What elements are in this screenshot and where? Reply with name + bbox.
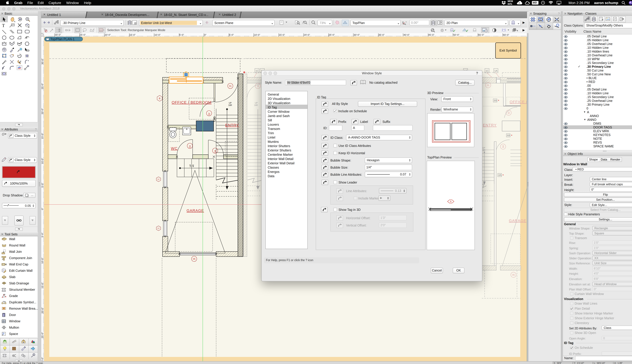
svg-text:T: T [2, 23, 5, 28]
svg-text:GARAGE: GARAGE [186, 208, 204, 212]
svg-text:C: C [157, 227, 160, 229]
svg-text:Top/Plan PLAN-1: Top/Plan PLAN-1 [50, 37, 74, 41]
svg-text:1C: 1C [486, 70, 489, 72]
svg-text:04: 04 [502, 145, 504, 148]
svg-text:4A: 4A [507, 134, 510, 137]
svg-text:Exit Symbol: Exit Symbol [500, 48, 517, 52]
svg-text:+: + [3, 300, 4, 302]
svg-text:02: 02 [208, 113, 210, 115]
svg-text:v: v [519, 2, 520, 4]
svg-text:1A: 1A [494, 70, 498, 72]
svg-text:x: x [405, 24, 406, 25]
svg-text:A: A [450, 200, 452, 203]
svg-text:y: y [406, 21, 406, 22]
svg-text:16R: 16R [228, 104, 232, 106]
svg-text:4A: 4A [494, 99, 497, 102]
svg-text:4A: 4A [498, 174, 502, 176]
svg-text:16R: 16R [254, 104, 258, 106]
svg-text:B: B [159, 97, 160, 100]
svg-text:WC: WC [171, 146, 178, 150]
svg-text:%: % [4, 294, 6, 295]
svg-text:OFFICE / BEDROOM: OFFICE / BEDROOM [172, 100, 212, 104]
svg-text:C: C [157, 178, 160, 180]
svg-text:ENTRY: ENTRY [483, 123, 497, 127]
svg-text:05: 05 [193, 258, 196, 260]
svg-text:03: 03 [189, 145, 191, 148]
svg-text:01: 01 [487, 84, 490, 86]
svg-text:02: 02 [508, 112, 510, 114]
svg-text:04: 04 [214, 150, 216, 153]
svg-text:4R: 4R [192, 164, 194, 167]
svg-text:OFFICE /: OFFICE / [510, 100, 527, 104]
svg-text:UP: UP [255, 102, 258, 104]
svg-text:01: 01 [229, 85, 232, 87]
svg-text:UP: UP [482, 147, 485, 149]
svg-text:UP: UP [229, 102, 232, 104]
svg-text:ENTRY: ENTRY [225, 123, 239, 127]
svg-text:UP: UP [189, 164, 192, 167]
svg-text:05: 05 [512, 274, 515, 276]
svg-text:1C: 1C [256, 70, 259, 72]
svg-text:01: 01 [257, 85, 259, 87]
svg-text:GARAGE: GARAGE [509, 218, 526, 223]
